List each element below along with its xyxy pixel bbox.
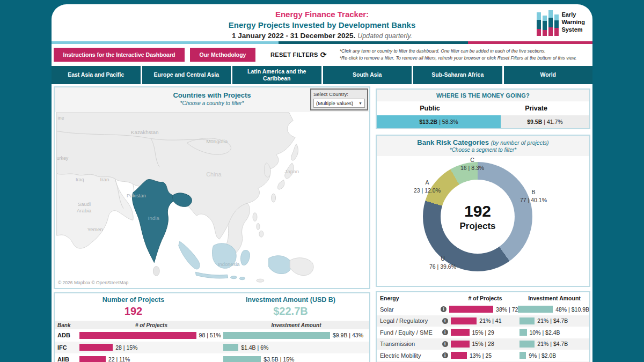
- risk-title: Bank Risk Categories: [417, 138, 489, 146]
- tricolor-stripe: [52, 41, 592, 44]
- content: Countries with Projects *Choose a countr…: [52, 84, 592, 362]
- public-private-stacked-bar: $13.2B| 58.3% $9.5B| 41.7%: [377, 115, 589, 128]
- svg-text:Indonesia: Indonesia: [218, 262, 240, 267]
- table-row-transmission[interactable]: Transmission i 15% | 28 21% | $4.7B: [377, 338, 589, 350]
- table-row-fund-equity-sme[interactable]: Fund / Equity / SME i 15% | 29 10% | $2.…: [377, 327, 589, 338]
- amount-bar[interactable]: [519, 329, 527, 336]
- tab-latin-america-caribbean[interactable]: Latin America and the Caribbean: [232, 66, 321, 84]
- svg-text:urkey: urkey: [57, 156, 69, 161]
- toolbar: Instructions for the Interactive Dashboa…: [52, 44, 592, 64]
- banks-panel: Number of Projects 192 Investment Amount…: [54, 292, 370, 362]
- public-label: Public: [377, 105, 483, 112]
- country-select: Select Country: (Multiple values) ▼: [310, 88, 368, 110]
- info-icon[interactable]: i: [438, 306, 450, 312]
- region-tabs: East Asia and Pacific Europe and Central…: [52, 66, 592, 84]
- donut-label-c: C16 | 8.3%: [451, 156, 494, 172]
- private-segment[interactable]: $9.5B| 41.7%: [501, 115, 589, 128]
- svg-text:Japan: Japan: [284, 168, 299, 174]
- projects-bar[interactable]: [451, 329, 470, 336]
- projects-kpi-value: 192: [55, 305, 212, 317]
- dashboard-card: Energy Finance Tracker: Energy Projects …: [52, 4, 592, 362]
- info-icon[interactable]: i: [439, 341, 451, 347]
- svg-text:Pakistan: Pakistan: [127, 193, 146, 198]
- projects-bar[interactable]: [79, 356, 106, 362]
- map-panel: Countries with Projects *Choose a countr…: [54, 86, 370, 289]
- info-icon[interactable]: i: [439, 318, 451, 324]
- projects-bar[interactable]: [79, 332, 196, 339]
- risk-panel: Bank Risk Categories (by number of proje…: [376, 135, 590, 287]
- money-title: WHERE IS THE MONEY GOING?: [377, 90, 589, 101]
- tab-east-asia-pacific[interactable]: East Asia and Pacific: [52, 66, 141, 84]
- private-label: Private: [483, 105, 589, 112]
- energy-panel: Energy # of Projects Investment Amount S…: [376, 291, 590, 362]
- projects-kpi-title: Number of Projects: [55, 296, 212, 304]
- banks-table-header: Bank # of Projects Investment Amount: [55, 321, 369, 329]
- update-note: Updated quarterly.: [357, 32, 412, 40]
- amount-bar[interactable]: [519, 341, 535, 348]
- svg-text:Mongolia: Mongolia: [206, 138, 228, 144]
- amount-bar[interactable]: [519, 317, 535, 324]
- instructions-button[interactable]: Instructions for the Interactive Dashboa…: [54, 48, 185, 62]
- projects-bar[interactable]: [451, 352, 467, 359]
- risk-header: Bank Risk Categories (by number of proje…: [377, 136, 589, 156]
- map-area[interactable]: ine urkey Iraq Iran Kazakhstan Mongolia …: [55, 112, 369, 287]
- svg-text:Arabia: Arabia: [77, 208, 92, 213]
- tab-europe-central-asia[interactable]: Europe and Central Asia: [142, 66, 231, 84]
- svg-text:India: India: [148, 215, 159, 221]
- map-attribution[interactable]: © 2026 Mapbox © OpenStreetMap: [56, 279, 130, 286]
- donut-area: 192 Projects C16 | 8.3% A23 | 12.0% B77 …: [377, 156, 589, 284]
- projects-bar[interactable]: [451, 317, 477, 324]
- energy-table-header: Energy # of Projects Investment Amount: [377, 292, 589, 304]
- table-row-legal-regulatory[interactable]: Legal / Regulatory i 21% | 41 21% | $4.7…: [377, 315, 589, 327]
- table-row-ifc[interactable]: IFC 28 | 15% $1.4B | 6%: [55, 342, 369, 354]
- donut-caption: Projects: [459, 221, 495, 232]
- table-row-adb[interactable]: ADB 98 | 51% $9.9B | 43%: [55, 329, 369, 342]
- donut-total: 192: [464, 202, 491, 220]
- projects-bar[interactable]: [451, 341, 470, 348]
- donut-label-a: A23 | 12.0%: [406, 179, 449, 194]
- amount-bar[interactable]: [223, 332, 330, 339]
- donut-label-u: U76 | 39.6%: [418, 255, 467, 270]
- page-subtitle: Energy Projects Invested by Development …: [52, 20, 592, 31]
- amount-bar[interactable]: [518, 306, 553, 313]
- amount-bar[interactable]: [519, 352, 526, 359]
- amount-bar[interactable]: [223, 344, 238, 351]
- methodology-button[interactable]: Our Methodology: [190, 48, 255, 62]
- public-segment[interactable]: $13.2B| 58.3%: [377, 115, 501, 128]
- risk-subtitle: *Choose a segment to filter*: [377, 147, 589, 153]
- table-row-aiib[interactable]: AIIB 22 | 11% $3.5B | 15%: [55, 353, 369, 362]
- projects-bar[interactable]: [449, 306, 493, 313]
- amount-bar[interactable]: [223, 356, 261, 362]
- ews-logo-text: Early Warning System: [561, 11, 585, 33]
- table-row-solar[interactable]: Solar i 38% | 72 48% | $10.9B: [377, 304, 589, 315]
- tab-sub-saharan-africa[interactable]: Sub-Saharan Africa: [413, 66, 502, 84]
- asia-map: ine urkey Iraq Iran Kazakhstan Mongolia …: [55, 112, 369, 287]
- svg-text:Saudi: Saudi: [78, 202, 91, 207]
- country-select-label: Select Country:: [313, 91, 365, 97]
- refresh-icon: ⟳: [320, 50, 327, 59]
- svg-text:ine: ine: [58, 115, 64, 121]
- tab-world[interactable]: World: [504, 66, 593, 84]
- date-range: 1 January 2022 - 31 December 2025. Updat…: [52, 31, 592, 41]
- country-select-dropdown[interactable]: (Multiple values) ▼: [313, 99, 365, 108]
- svg-text:China: China: [206, 171, 222, 178]
- chevron-down-icon: ▼: [358, 101, 362, 105]
- svg-text:Iran: Iran: [100, 176, 109, 182]
- donut-center: 192 Projects: [441, 180, 515, 254]
- risk-title-suffix: (by number of projects): [491, 139, 549, 146]
- amount-kpi-title: Investment Amount (USD B): [212, 296, 369, 304]
- money-panel: WHERE IS THE MONEY GOING? Public Private…: [376, 88, 590, 129]
- svg-text:Kazakhstan: Kazakhstan: [131, 129, 159, 135]
- info-icon[interactable]: i: [439, 352, 451, 358]
- table-row-electric-mobility[interactable]: Electric Mobility i 13% | 25 9% | $2.0B: [377, 350, 589, 361]
- projects-bar[interactable]: [79, 344, 113, 351]
- svg-text:Yemen: Yemen: [87, 227, 103, 232]
- page-title: Energy Finance Tracker:: [52, 9, 592, 20]
- ews-logo-bars-icon: [537, 9, 559, 36]
- donut-label-b: B77 | 40.1%: [509, 188, 558, 204]
- svg-text:Iraq: Iraq: [76, 177, 84, 182]
- header: Energy Finance Tracker: Energy Projects …: [52, 4, 592, 41]
- info-icon[interactable]: i: [439, 329, 451, 335]
- tab-south-asia[interactable]: South Asia: [323, 66, 412, 84]
- reset-filters-button[interactable]: RESET FILTERS ⟳: [270, 50, 327, 59]
